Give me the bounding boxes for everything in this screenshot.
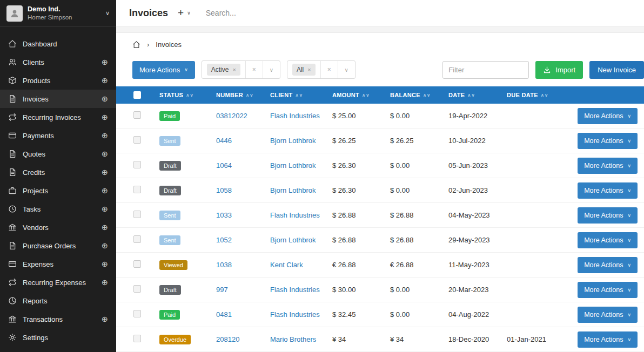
plus-circle-icon[interactable]: ⊕ <box>102 58 108 66</box>
row-more-actions-button[interactable]: More Actions∨ <box>578 158 638 174</box>
clear-filter-button[interactable]: × <box>320 61 338 78</box>
invoice-number-link[interactable]: 997 <box>216 286 228 294</box>
header-status[interactable]: STATUS <box>159 92 183 98</box>
client-link[interactable]: Flash Industries <box>270 112 320 120</box>
invoice-number-link[interactable]: 208120 <box>216 335 239 343</box>
sidebar-item-dashboard[interactable]: Dashboard <box>0 35 116 53</box>
row-checkbox[interactable] <box>133 235 141 243</box>
plus-circle-icon[interactable]: ⊕ <box>102 168 108 177</box>
client-link[interactable]: Mario Brothers <box>270 335 316 343</box>
plus-circle-icon[interactable]: ⊕ <box>102 279 108 287</box>
sidebar-item-recurring-expenses[interactable]: Recurring Expenses ⊕ <box>0 273 116 292</box>
import-button[interactable]: Import <box>535 61 583 79</box>
more-actions-button[interactable]: More Actions ∨ <box>132 61 195 79</box>
client-link[interactable]: Bjorn Lothbrok <box>270 161 316 170</box>
sidebar-item-purchase-orders[interactable]: Purchase Orders ⊕ <box>0 236 116 255</box>
invoice-number-link[interactable]: 0446 <box>216 137 232 145</box>
client-link[interactable]: Kent Clark <box>270 261 303 269</box>
invoice-number-link[interactable]: 03812022 <box>216 112 247 120</box>
row-checkbox[interactable] <box>133 161 141 168</box>
row-checkbox[interactable] <box>133 310 141 317</box>
client-link[interactable]: Flash Industries <box>270 286 320 294</box>
sidebar-item-payments[interactable]: Payments ⊕ <box>0 126 116 145</box>
sidebar-item-invoices[interactable]: Invoices ⊕ <box>0 90 116 108</box>
header-client[interactable]: CLIENT <box>270 92 293 98</box>
row-more-actions-button[interactable]: More Actions∨ <box>578 282 638 298</box>
filter-chip-active[interactable]: Active × <box>207 64 240 76</box>
client-link[interactable]: Flash Industries <box>270 310 320 319</box>
row-checkbox[interactable] <box>133 136 141 144</box>
plus-circle-icon[interactable]: ⊕ <box>102 187 108 195</box>
sidebar-item-clients[interactable]: Clients ⊕ <box>0 53 116 71</box>
invoice-number-link[interactable]: 1033 <box>216 211 232 219</box>
sidebar-item-vendors[interactable]: Vendors ⊕ <box>0 218 116 236</box>
invoice-number-link[interactable]: 1064 <box>216 161 232 170</box>
invoice-number-link[interactable]: 0481 <box>216 310 232 319</box>
plus-circle-icon[interactable]: ⊕ <box>102 242 108 250</box>
row-more-actions-button[interactable]: More Actions∨ <box>578 232 638 248</box>
close-icon[interactable]: × <box>232 66 236 73</box>
home-icon[interactable] <box>132 40 140 49</box>
invoice-number-link[interactable]: 1058 <box>216 186 232 194</box>
client-link[interactable]: Flash Industries <box>270 211 320 219</box>
breadcrumb-current[interactable]: Invoices <box>156 40 182 49</box>
row-more-actions-button[interactable]: More Actions∨ <box>578 307 638 323</box>
sort-icon[interactable]: ∧∨ <box>541 92 548 98</box>
new-invoice-button[interactable]: New Invoice <box>589 61 644 79</box>
sort-icon[interactable]: ∧∨ <box>296 92 303 98</box>
row-checkbox[interactable] <box>133 335 141 342</box>
row-checkbox[interactable] <box>133 285 141 293</box>
sidebar-item-reports[interactable]: Reports <box>0 292 116 310</box>
search-input[interactable] <box>206 9 379 17</box>
scope-filter-dropdown-button[interactable]: ∨ <box>338 61 355 78</box>
sidebar-item-products[interactable]: Products ⊕ <box>0 71 116 90</box>
row-checkbox[interactable] <box>133 111 141 119</box>
client-link[interactable]: Bjorn Lothbrok <box>270 137 316 145</box>
sidebar-item-credits[interactable]: Credits ⊕ <box>0 163 116 181</box>
sort-icon[interactable]: ∧∨ <box>246 92 253 98</box>
quick-add-button[interactable]: + ∨ <box>178 7 191 19</box>
client-link[interactable]: Bjorn Lothbrok <box>270 236 316 244</box>
sort-icon[interactable]: ∧∨ <box>467 92 475 98</box>
row-more-actions-button[interactable]: More Actions∨ <box>578 207 638 224</box>
sidebar-item-recurring-invoices[interactable]: Recurring Invoices ⊕ <box>0 108 116 126</box>
filter-input[interactable] <box>442 61 529 79</box>
header-number[interactable]: NUMBER <box>216 92 243 98</box>
sort-icon[interactable]: ∧∨ <box>362 92 370 98</box>
sidebar-item-expenses[interactable]: Expenses ⊕ <box>0 255 116 273</box>
invoice-number-link[interactable]: 1052 <box>216 236 232 244</box>
row-checkbox[interactable] <box>133 260 141 268</box>
plus-circle-icon[interactable]: ⊕ <box>102 77 108 85</box>
plus-circle-icon[interactable]: ⊕ <box>102 113 108 121</box>
plus-circle-icon[interactable]: ⊕ <box>102 224 108 232</box>
row-more-actions-button[interactable]: More Actions∨ <box>578 331 638 348</box>
row-checkbox[interactable] <box>133 186 141 193</box>
plus-circle-icon[interactable]: ⊕ <box>102 315 108 323</box>
plus-circle-icon[interactable]: ⊕ <box>102 95 108 103</box>
sort-icon[interactable]: ∧∨ <box>186 92 193 98</box>
row-more-actions-button[interactable]: More Actions∨ <box>578 108 638 124</box>
header-amount[interactable]: AMOUNT <box>332 92 359 98</box>
sort-icon[interactable]: ∧∨ <box>423 92 431 98</box>
select-all-checkbox[interactable] <box>133 91 141 99</box>
client-link[interactable]: Bjorn Lothbrok <box>270 186 316 194</box>
sidebar-item-settings[interactable]: Settings <box>0 328 116 347</box>
plus-circle-icon[interactable]: ⊕ <box>102 150 108 158</box>
row-more-actions-button[interactable]: More Actions∨ <box>578 133 638 149</box>
plus-circle-icon[interactable]: ⊕ <box>102 260 108 268</box>
header-due-date[interactable]: DUE DATE <box>507 92 538 98</box>
row-more-actions-button[interactable]: More Actions∨ <box>578 182 638 199</box>
plus-circle-icon[interactable]: ⊕ <box>102 132 108 140</box>
sidebar-item-transactions[interactable]: Transactions ⊕ <box>0 310 116 328</box>
invoice-number-link[interactable]: 1038 <box>216 261 232 269</box>
sidebar-item-tasks[interactable]: Tasks ⊕ <box>0 200 116 218</box>
header-balance[interactable]: BALANCE <box>390 92 420 98</box>
sidebar-item-projects[interactable]: Projects ⊕ <box>0 181 116 200</box>
clear-filter-button[interactable]: × <box>245 61 263 78</box>
company-switcher[interactable]: Demo Ind. Homer Simpson ∨ <box>0 0 116 27</box>
plus-circle-icon[interactable]: ⊕ <box>102 205 108 213</box>
close-icon[interactable]: × <box>307 66 311 73</box>
header-date[interactable]: DATE <box>448 92 465 98</box>
row-more-actions-button[interactable]: More Actions∨ <box>578 257 638 273</box>
status-filter-dropdown-button[interactable]: ∨ <box>263 61 280 78</box>
